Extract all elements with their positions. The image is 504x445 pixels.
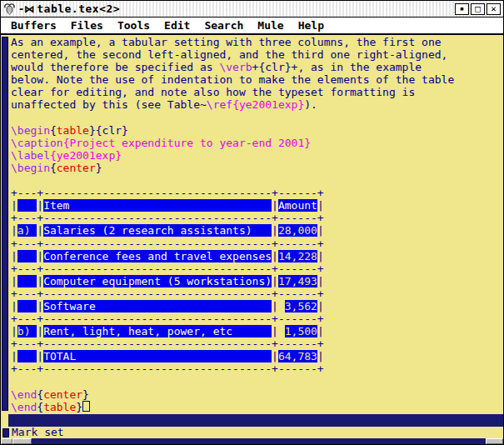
editor-line: would therefore be specified as \verb+{c…: [11, 61, 503, 73]
editor-line: \begin{center}: [11, 162, 503, 174]
editor-line: below. Note the use of indentation to ma…: [11, 73, 503, 86]
window-buttons: ▪□✕: [455, 3, 501, 15]
editor-line: | |Conference fees and travel expenses|1…: [11, 250, 503, 262]
window-title: table.tex<2>: [37, 2, 120, 15]
editor-line: +---+-----------------------------------…: [11, 187, 503, 199]
editor-line: +---+-----------------------------------…: [11, 338, 503, 350]
text-cursor: [82, 401, 90, 412]
editor-line: [11, 174, 503, 187]
maximize-icon: □: [475, 4, 481, 13]
editor-line: +---+-----------------------------------…: [11, 212, 503, 224]
editor-line: +---+-----------------------------------…: [11, 238, 503, 250]
vertical-scrollbar-thumb[interactable]: [2, 37, 8, 411]
title-bar[interactable]: -⋈ table.tex<2> ▪□✕: [1, 1, 503, 18]
minimize-button[interactable]: ▪: [455, 3, 469, 15]
editor-line: \caption{Project expenditure to year-end…: [11, 137, 503, 149]
minibuffer-message: Mark set: [12, 427, 64, 438]
editor-line: \begin{table}{clr}: [11, 124, 503, 137]
mode-line-bar: --:** table.tex<2> (Text Fill)--L30--All…: [8, 414, 503, 427]
editor-line: |b) |Rent, light, heat, power, etc | 1,5…: [11, 325, 503, 338]
editor-line: | |Item |Amount|: [11, 199, 503, 212]
scrollbar-corner-right: [486, 438, 503, 444]
editor-line: +---+-----------------------------------…: [11, 362, 503, 375]
editor-line: clear for editing, and note also how the…: [11, 86, 503, 98]
close-button[interactable]: ✕: [487, 3, 501, 15]
maximize-button[interactable]: □: [471, 3, 485, 15]
mode-line: --:** table.tex<2> (Text Fill)--L30--All…: [1, 414, 503, 427]
editor-line: | |TOTAL |64,783|: [11, 350, 503, 362]
editor-line: [11, 376, 503, 388]
editor-line: +---+-----------------------------------…: [11, 288, 503, 300]
editor-line: centered, the second left-aligned, and t…: [11, 48, 503, 61]
editor-line: | |Computer equipment (5 workstations)|1…: [11, 275, 503, 288]
editor-line: | |Software | 3,562|: [11, 300, 503, 312]
horizontal-scrollbar[interactable]: [1, 438, 503, 444]
minimize-icon: ▪: [460, 5, 464, 12]
editor-line: \end{center}: [11, 388, 503, 401]
menu-tools[interactable]: Tools: [117, 19, 150, 32]
horizontal-scrollbar-track[interactable]: [32, 438, 486, 444]
horizontal-scrollbar-thumb[interactable]: [12, 438, 32, 444]
emacs-frame: -⋈ table.tex<2> ▪□✕ BuffersFilesToolsEdi…: [0, 0, 504, 445]
menu-edit[interactable]: Edit: [164, 19, 190, 32]
editor-line: [11, 112, 503, 124]
bowtie-icon: -⋈: [18, 3, 34, 15]
scrollbar-corner-left: [1, 438, 12, 444]
editor-line: |a) |Salaries (2 research assistants) |2…: [11, 224, 503, 237]
buffer-window: As an example, a tabular setting with th…: [1, 35, 503, 414]
editor-line: \label{ye2001exp}: [11, 149, 503, 162]
minibuffer[interactable]: Mark set: [1, 427, 503, 438]
editor-line: unaffected by this (see Table~\ref{ye200…: [11, 98, 503, 111]
menu-bar: BuffersFilesToolsEditSearchMuleHelp: [1, 18, 503, 35]
menu-buffers[interactable]: Buffers: [11, 19, 57, 32]
vertical-scrollbar[interactable]: [1, 35, 9, 414]
menu-files[interactable]: Files: [71, 19, 103, 32]
editor-line: +---+-----------------------------------…: [11, 262, 503, 275]
editor-line: As an example, a tabular setting with th…: [11, 36, 503, 48]
menu-mule[interactable]: Mule: [257, 19, 283, 32]
editor-lines[interactable]: As an example, a tabular setting with th…: [9, 35, 503, 414]
gnu-emacs-icon: [3, 2, 17, 15]
editor-line: \end{table}: [11, 401, 503, 413]
menu-search[interactable]: Search: [204, 19, 243, 32]
close-icon: ✕: [491, 4, 497, 13]
minibuffer-scrollbar-thumb: [2, 428, 9, 438]
editor-line: +---+-----------------------------------…: [11, 312, 503, 325]
menu-help[interactable]: Help: [298, 19, 324, 32]
